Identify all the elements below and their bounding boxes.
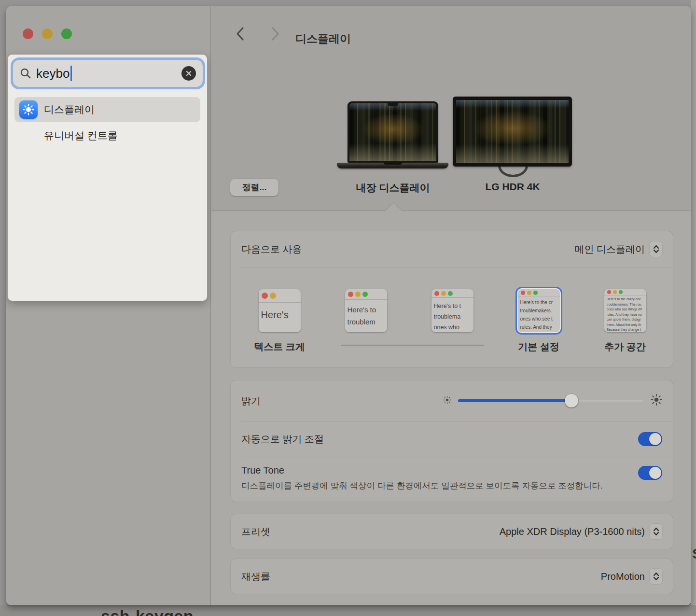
preview-titlebar bbox=[345, 289, 387, 300]
preview-close-dot bbox=[434, 291, 439, 296]
preview-line: them. About the only th bbox=[607, 322, 644, 328]
preview-close-dot bbox=[521, 291, 525, 295]
use-as-card: 다음으로 사용 메인 디스플레이 bbox=[231, 231, 673, 367]
sun-dim-icon bbox=[443, 396, 451, 406]
preview-titlebar bbox=[518, 289, 560, 296]
scaling-option-default[interactable]: Here's to the cr troublemakers. ones who… bbox=[498, 289, 580, 352]
preset-card: 프리셋 Apple XDR Display (P3-1600 nits) bbox=[231, 514, 673, 549]
close-button[interactable] bbox=[23, 28, 33, 39]
scaling-option-larger-text[interactable]: Here's 텍스트 크게 bbox=[238, 289, 320, 352]
use-as-row: 다음으로 사용 메인 디스플레이 bbox=[231, 231, 673, 267]
arrange-button[interactable]: 정렬... bbox=[230, 179, 278, 196]
content-header: 디스플레이 내장 디스플레이 LG HDR 4K 정렬... bbox=[211, 6, 691, 211]
preset-row: 프리셋 Apple XDR Display (P3-1600 nits) bbox=[231, 514, 673, 549]
preview-zoom-dot bbox=[448, 291, 453, 296]
true-tone-row: True Tone 디스플레이를 주변광에 맞춰 색상이 다른 환경에서도 일관… bbox=[231, 457, 673, 502]
preview-line: ones who see t bbox=[520, 315, 557, 323]
preview-line: rules. And they have no bbox=[607, 312, 644, 318]
brightness-slider[interactable] bbox=[458, 394, 644, 407]
scaling-option-2[interactable]: Here's to troublem bbox=[325, 289, 407, 352]
minimize-button[interactable] bbox=[42, 28, 53, 39]
scaling-preview[interactable]: Here's to the crazy one troublemakers. T… bbox=[604, 289, 646, 332]
window-controls bbox=[23, 28, 72, 39]
auto-brightness-toggle[interactable] bbox=[638, 432, 662, 446]
preview-titlebar bbox=[259, 289, 301, 303]
preview-minimize-dot bbox=[613, 290, 617, 294]
laptop-base bbox=[337, 163, 448, 168]
preview-line: Here's to bbox=[348, 304, 385, 316]
scaling-preview[interactable]: Here's to t troublema ones who bbox=[432, 289, 473, 332]
true-tone-toggle[interactable] bbox=[638, 466, 662, 480]
brightness-card: 밝기 bbox=[231, 380, 673, 502]
refresh-rate-popup-button[interactable] bbox=[650, 569, 662, 584]
clear-search-button[interactable] bbox=[181, 66, 196, 81]
scaling-option-more-space[interactable]: Here's to the crazy one troublemakers. T… bbox=[584, 289, 666, 352]
use-as-label: 다음으로 사용 bbox=[241, 243, 302, 256]
refresh-rate-value: ProMotion bbox=[601, 571, 645, 582]
preview-close-dot bbox=[262, 293, 268, 299]
preview-line: troublemakers. bbox=[520, 307, 557, 315]
search-result-label: 유니버설 컨트롤 bbox=[44, 129, 118, 142]
external-display-thumbnail[interactable] bbox=[453, 97, 572, 167]
scaling-option-label: 텍스트 크게 bbox=[254, 340, 305, 352]
system-settings-window: keybo 디스플레이 유니버설 컨트롤 bbox=[6, 6, 691, 605]
content-pane: 디스플레이 내장 디스플레이 LG HDR 4K 정렬... bbox=[211, 6, 691, 605]
preview-zoom-dot bbox=[362, 292, 368, 297]
preset-value: Apple XDR Display (P3-1600 nits) bbox=[500, 526, 645, 537]
preview-line: troublem bbox=[348, 316, 385, 328]
zoom-button[interactable] bbox=[61, 28, 72, 39]
search-icon bbox=[20, 68, 31, 79]
wallpaper-forest bbox=[349, 103, 436, 161]
use-as-popup-button[interactable] bbox=[650, 241, 662, 257]
preview-text: Here's to the cr troublemakers. ones who… bbox=[518, 296, 560, 332]
settings-body: 다음으로 사용 메인 디스플레이 bbox=[211, 211, 691, 605]
builtin-display-thumbnail[interactable] bbox=[348, 101, 438, 163]
sun-bright-icon bbox=[651, 394, 662, 407]
toggle-knob bbox=[649, 433, 661, 445]
search-result-display[interactable]: 디스플레이 bbox=[14, 97, 200, 122]
preview-close-dot bbox=[348, 292, 353, 297]
background-right-text: S bbox=[692, 546, 696, 562]
forward-icon[interactable] bbox=[268, 26, 282, 42]
preview-line: Here's to t bbox=[434, 301, 471, 311]
sidebar: keybo 디스플레이 유니버설 컨트롤 bbox=[6, 6, 211, 605]
search-value: keybo bbox=[36, 66, 70, 81]
refresh-rate-label: 재생률 bbox=[241, 570, 270, 583]
scaling-preview[interactable]: Here's to troublem bbox=[345, 289, 387, 332]
scaling-option-3[interactable]: Here's to t troublema ones who bbox=[411, 289, 493, 352]
preset-popup-button[interactable] bbox=[650, 524, 662, 539]
true-tone-description: 디스플레이를 주변광에 맞춰 색상이 다른 환경에서도 일관적으로 보이도록 자… bbox=[241, 479, 608, 493]
brightness-slider-knob[interactable] bbox=[565, 394, 578, 407]
scaling-preview[interactable]: Here's to the cr troublemakers. ones who… bbox=[518, 289, 560, 332]
search-result-universal-control[interactable]: 유니버설 컨트롤 bbox=[14, 123, 200, 148]
search-results-list: 디스플레이 유니버설 컨트롤 bbox=[14, 97, 200, 149]
brightness-slider-fill bbox=[458, 399, 571, 402]
preview-minimize-dot bbox=[270, 293, 276, 299]
brightness-row: 밝기 bbox=[231, 380, 673, 421]
scaling-preview[interactable]: Here's bbox=[259, 289, 301, 332]
preview-line: can quote them, disagr bbox=[607, 317, 644, 322]
preview-line: rules. And they bbox=[520, 323, 557, 331]
search-input[interactable]: keybo bbox=[13, 59, 203, 87]
search-result-label: 디스플레이 bbox=[44, 103, 95, 116]
preview-text: Here's to troublem bbox=[345, 300, 387, 329]
builtin-display-label: 내장 디스플레이 bbox=[340, 181, 446, 195]
preview-zoom-dot bbox=[533, 291, 538, 295]
preview-zoom-dot bbox=[619, 290, 623, 294]
preview-line: Here's to the cr bbox=[520, 298, 557, 307]
scaling-connector-line bbox=[341, 345, 484, 346]
preview-text: Here's to the crazy one troublemakers. T… bbox=[604, 295, 646, 332]
auto-brightness-row: 자동으로 밝기 조절 bbox=[231, 421, 673, 457]
back-icon[interactable] bbox=[234, 26, 247, 42]
preview-line: troublemakers. The rou bbox=[607, 302, 644, 308]
screenshot-canvas: ssh-keygen S keybo bbox=[0, 0, 696, 616]
auto-brightness-label: 자동으로 밝기 조절 bbox=[241, 433, 324, 446]
preview-line: ones who see things dif bbox=[607, 307, 644, 312]
result-icon-placeholder bbox=[19, 126, 38, 145]
background-app-bottom: ssh-keygen bbox=[0, 605, 696, 616]
preview-minimize-dot bbox=[441, 291, 446, 296]
preview-line: troublema bbox=[434, 311, 471, 322]
page-title: 디스플레이 bbox=[295, 31, 351, 46]
preview-titlebar bbox=[604, 289, 646, 295]
external-display-label: LG HDR 4K bbox=[459, 181, 566, 193]
